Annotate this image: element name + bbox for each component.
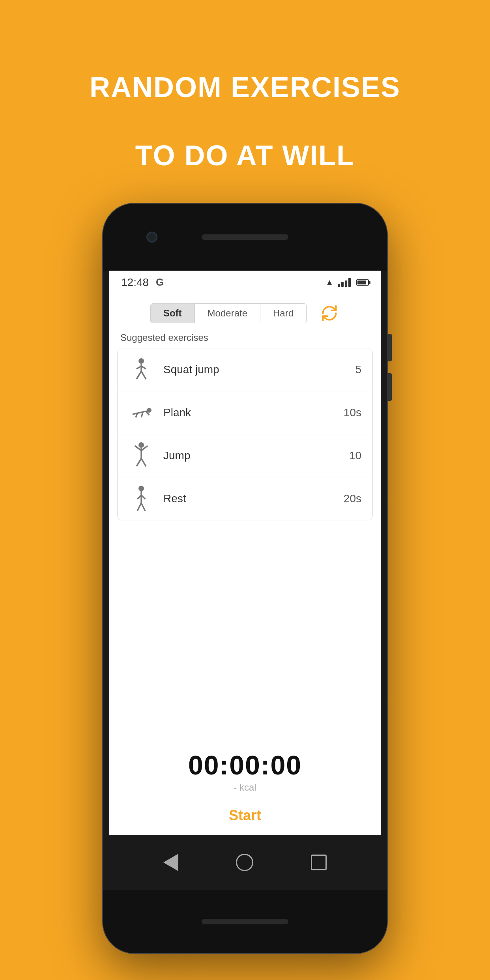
exercise-item-squat-jump[interactable]: Squat jump 5: [118, 348, 372, 391]
page-title-line2: TO DO AT WILL: [90, 139, 400, 172]
svg-line-3: [141, 371, 146, 379]
svg-line-13: [137, 458, 141, 466]
volume-down-button[interactable]: [387, 373, 392, 401]
jump-icon: [129, 443, 154, 468]
phone-nav: [103, 835, 387, 890]
squat-jump-value: 5: [355, 363, 361, 376]
exercise-item-plank[interactable]: Plank 10s: [118, 391, 372, 434]
tab-moderate[interactable]: Moderate: [195, 304, 260, 323]
bottom-speaker: [202, 919, 288, 924]
svg-point-11: [138, 442, 144, 448]
difficulty-bar: Soft Moderate Hard: [109, 294, 381, 332]
battery-icon: [356, 279, 369, 286]
signal-icon: [338, 278, 351, 287]
section-label: Suggested exercises: [109, 332, 381, 348]
svg-line-8: [141, 412, 143, 417]
start-button[interactable]: Start: [109, 796, 381, 835]
svg-line-7: [133, 411, 147, 414]
refresh-button[interactable]: [319, 303, 340, 324]
status-bar: 12:48 G ▲: [109, 271, 381, 294]
app-content: Soft Moderate Hard Suggested exercises: [109, 294, 381, 835]
kcal-display: - kcal: [234, 782, 256, 793]
svg-point-0: [138, 358, 144, 364]
plank-icon: [129, 400, 154, 425]
timer-display: 00:00:00: [188, 750, 302, 780]
jump-name: Jump: [163, 449, 340, 462]
recent-icon: [311, 855, 327, 870]
phone-bottom-bar: [103, 890, 387, 953]
google-icon: G: [156, 276, 164, 288]
plank-value: 10s: [344, 406, 361, 419]
wifi-icon: ▲: [325, 277, 334, 288]
status-icons: ▲: [325, 277, 369, 288]
svg-line-19: [137, 503, 141, 511]
svg-line-5: [141, 366, 146, 369]
svg-line-14: [141, 458, 146, 466]
phone-speaker: [202, 234, 288, 240]
phone-camera: [146, 232, 157, 243]
tab-soft[interactable]: Soft: [151, 304, 195, 323]
status-time: 12:48: [121, 276, 149, 289]
home-icon: [236, 854, 253, 871]
page-title-block: RANDOM EXERCISES TO DO AT WILL: [90, 36, 400, 172]
svg-point-17: [138, 486, 144, 491]
phone-screen: 12:48 G ▲: [109, 271, 381, 835]
svg-line-2: [137, 371, 141, 379]
plank-name: Plank: [163, 406, 334, 419]
timer-section: 00:00:00 - kcal: [109, 740, 381, 796]
rest-icon: [129, 486, 154, 511]
nav-back-button[interactable]: [163, 854, 178, 871]
phone-top-bar: [103, 204, 387, 271]
svg-line-20: [141, 503, 145, 511]
rest-name: Rest: [163, 492, 334, 505]
svg-line-4: [137, 366, 141, 369]
squat-jump-name: Squat jump: [163, 363, 346, 376]
exercise-item-rest[interactable]: Rest 20s: [118, 477, 372, 520]
phone-device: 12:48 G ▲: [103, 204, 387, 953]
svg-point-6: [147, 408, 151, 413]
nav-home-button[interactable]: [236, 854, 253, 871]
list-spacer: [109, 520, 381, 740]
exercise-item-jump[interactable]: Jump 10: [118, 434, 372, 477]
tab-hard[interactable]: Hard: [260, 304, 306, 323]
volume-up-button[interactable]: [387, 334, 392, 361]
nav-recent-button[interactable]: [311, 855, 327, 870]
back-icon: [163, 854, 178, 871]
jump-value: 10: [349, 449, 361, 462]
exercise-list: Squat jump 5 P: [117, 348, 373, 520]
rest-value: 20s: [344, 492, 361, 505]
squat-jump-icon: [129, 357, 154, 382]
page-title-line1: RANDOM EXERCISES: [90, 71, 400, 104]
difficulty-tabs: Soft Moderate Hard: [150, 303, 307, 323]
start-button-label: Start: [229, 807, 261, 824]
